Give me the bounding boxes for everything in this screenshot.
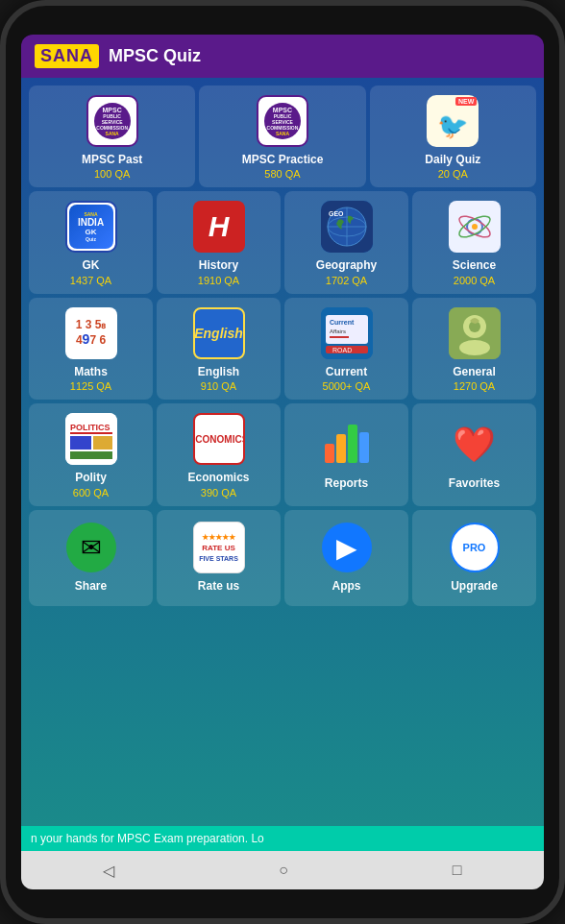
label-apps: Apps [332,579,361,593]
svg-rect-29 [336,434,346,463]
recent-button[interactable]: □ [453,862,462,879]
count-science: 2000 QA [454,275,495,286]
science-svg [452,204,498,250]
count-mpsc-practice: 580 QA [264,168,300,180]
label-geography: Geography [316,258,377,272]
new-badge: NEW [455,97,477,106]
count-current: 5000+ QA [323,380,371,392]
label-english: English [198,365,239,378]
count-polity: 600 QA [73,487,109,498]
svg-text:Current: Current [330,319,355,326]
app-header: SANA MPSC Quiz [21,35,544,78]
row-5: ✉ Share ★★★★★ RATE US FIVE STARS Rat [29,510,536,606]
icon-apps: ▶ [321,522,373,573]
navigation-bar: ◁ ○ □ [21,851,544,889]
icon-upgrade: PRO [449,522,501,573]
label-mpsc-practice: MPSC Practice [242,153,324,166]
svg-text:POLITICS: POLITICS [70,423,111,432]
row-3: 1 3 5₈ 497 6 Maths 1125 QA English Engli… [29,298,536,400]
row-1: MPSC PUBLIC SERVICE COMMISSION SANA MPSC… [29,85,536,187]
count-gk: 1437 QA [70,275,111,286]
icon-mpsc-past: MPSC PUBLIC SERVICE COMMISSION SANA [86,95,138,147]
icon-geography: GEO [321,201,373,253]
svg-text:GEO: GEO [329,210,344,217]
cell-general[interactable]: General 1270 QA [412,298,536,400]
label-share: Share [75,579,107,593]
icon-economics: ECONOMICS [193,413,245,465]
label-economics: Economics [187,471,249,484]
count-maths: 1125 QA [70,380,111,392]
cell-history[interactable]: H History 1910 QA [157,191,281,293]
icon-gk: SANA INDIA GK Quiz [65,201,117,253]
cell-science[interactable]: Science 2000 QA [412,191,536,293]
label-maths: Maths [74,365,108,378]
cell-maths[interactable]: 1 3 5₈ 497 6 Maths 1125 QA [29,298,153,400]
row-2: SANA INDIA GK Quiz GK 1437 QA H History … [29,191,536,293]
label-rate-us: Rate us [198,579,239,593]
svg-rect-30 [348,425,357,463]
cell-reports[interactable]: Reports [284,403,408,505]
general-svg [449,307,501,359]
label-general: General [453,365,496,378]
cell-english[interactable]: English English 910 QA [157,298,281,400]
svg-rect-28 [325,444,334,463]
cell-economics[interactable]: ECONOMICS Economics 390 QA [157,403,281,505]
cell-apps[interactable]: ▶ Apps [284,510,408,606]
svg-text:ROAD: ROAD [332,347,352,353]
home-button[interactable]: ○ [279,862,288,879]
cell-upgrade[interactable]: PRO Upgrade [412,510,536,606]
cell-share[interactable]: ✉ Share [29,510,153,606]
icon-maths: 1 3 5₈ 497 6 [65,307,117,359]
ticker-text: n your hands for MPSC Exam preparation. … [31,832,264,845]
bird-icon: 🐦 [437,111,468,141]
count-daily-quiz: 20 QA [438,168,468,180]
icon-history: H [193,201,245,253]
device: SANA MPSC Quiz MPSC PUBLIC SERVICE COMMI… [0,0,565,924]
icon-general [449,307,501,359]
svg-rect-24 [70,432,112,434]
label-polity: Polity [75,471,107,484]
current-svg: Current Affairs ROAD [321,307,373,359]
icon-science [449,201,501,253]
svg-text:Affairs: Affairs [330,328,346,334]
count-history: 1910 QA [198,275,239,286]
icon-share: ✉ [65,522,117,573]
svg-point-20 [459,340,490,355]
cell-gk[interactable]: SANA INDIA GK Quiz GK 1437 QA [29,191,153,293]
cell-mpsc-past[interactable]: MPSC PUBLIC SERVICE COMMISSION SANA MPSC… [29,85,195,187]
label-science: Science [453,258,496,272]
back-button[interactable]: ◁ [103,862,114,880]
cell-geography[interactable]: GEO Geography 1702 QA [284,191,408,293]
label-gk: GK [83,258,100,272]
svg-rect-27 [70,451,112,459]
count-geography: 1702 QA [326,275,367,286]
label-mpsc-past: MPSC Past [82,153,142,166]
cell-rate-us[interactable]: ★★★★★ RATE US FIVE STARS Rate us [157,510,281,606]
cell-mpsc-practice[interactable]: MPSC PUBLIC SERVICE COMMISSION SANA MPSC… [199,85,365,187]
app-title: MPSC Quiz [109,46,201,66]
icon-polity: POLITICS [65,413,117,465]
icon-reports [321,419,373,471]
count-general: 1270 QA [454,380,495,392]
icon-english: English [193,307,245,359]
geo-svg: GEO [321,201,373,253]
icon-daily-quiz: NEW 🐦 [427,95,479,147]
label-upgrade: Upgrade [451,579,498,593]
label-favorites: Favorites [449,476,500,490]
label-daily-quiz: Daily Quiz [425,153,480,166]
count-mpsc-past: 100 QA [94,168,130,180]
label-history: History [199,258,238,272]
cell-current[interactable]: Current Affairs ROAD Current 5000+ QA [284,298,408,400]
label-reports: Reports [325,476,368,490]
count-english: 910 QA [201,380,236,392]
polity-svg: POLITICS [65,413,117,465]
svg-point-10 [472,224,478,230]
row-4: POLITICS Polity 600 QA ECONOMICS [29,403,536,505]
icon-current: Current Affairs ROAD [321,307,373,359]
screen: SANA MPSC Quiz MPSC PUBLIC SERVICE COMMI… [21,35,544,889]
label-current: Current [326,365,367,378]
cell-daily-quiz[interactable]: NEW 🐦 Daily Quiz 20 QA [370,85,536,187]
icon-mpsc-practice: MPSC PUBLIC SERVICE COMMISSION SANA [257,95,308,147]
cell-polity[interactable]: POLITICS Polity 600 QA [29,403,153,505]
cell-favorites[interactable]: ❤️ Favorites [412,403,536,505]
